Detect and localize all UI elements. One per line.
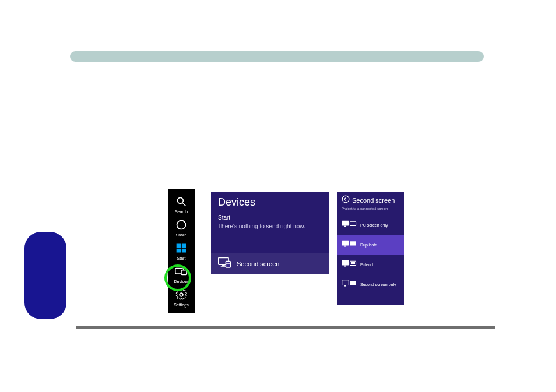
second-screen-flyout: Second screen Project to a connected scr… (337, 192, 404, 305)
option-label: Second screen only (360, 282, 396, 287)
charm-share[interactable]: Share (168, 218, 195, 237)
extend-icon (342, 259, 357, 270)
svg-rect-27 (344, 285, 346, 286)
charm-label: Start (177, 256, 186, 260)
svg-rect-20 (344, 245, 346, 246)
devices-flyout: Devices Start There's nothing to send ri… (211, 192, 329, 274)
devices-icon (173, 264, 189, 278)
charm-label: Share (176, 233, 187, 237)
svg-rect-26 (342, 280, 349, 285)
svg-rect-8 (181, 270, 186, 275)
charm-settings[interactable]: Settings (168, 288, 195, 307)
svg-rect-5 (177, 249, 181, 253)
horizontal-divider (76, 326, 495, 329)
svg-rect-11 (222, 265, 225, 266)
svg-rect-22 (342, 260, 349, 266)
option-label: PC screen only (360, 223, 388, 227)
svg-rect-25 (351, 262, 355, 264)
option-extend[interactable]: Extend (337, 255, 404, 274)
second-screen-header: Second screen (342, 195, 399, 206)
second-screen-button[interactable]: Second screen (211, 253, 329, 274)
svg-line-1 (183, 203, 186, 206)
decorative-side-tab (24, 232, 66, 319)
svg-rect-4 (182, 243, 186, 248)
option-label: Duplicate (360, 243, 377, 247)
charm-label: Settings (174, 303, 188, 307)
svg-rect-6 (182, 249, 186, 253)
back-icon[interactable] (342, 195, 350, 206)
svg-point-9 (180, 294, 183, 296)
svg-rect-16 (342, 221, 349, 226)
option-pc-screen-only[interactable]: PC screen only (337, 215, 404, 235)
decorative-top-bar (70, 51, 484, 62)
second-screen-label: Second screen (237, 260, 279, 267)
charm-search[interactable]: Search (168, 195, 195, 214)
search-icon (173, 195, 189, 209)
pc-screen-only-icon (342, 220, 357, 230)
devices-caption: There's nothing to send right now. (218, 223, 322, 229)
windows-logo-icon (173, 241, 189, 255)
svg-rect-13 (226, 262, 230, 267)
option-second-screen-only[interactable]: Second screen only (337, 274, 404, 294)
svg-point-0 (177, 197, 183, 203)
svg-rect-28 (350, 281, 356, 285)
svg-rect-18 (350, 221, 356, 225)
second-screen-icon (218, 257, 231, 271)
duplicate-icon (342, 239, 357, 250)
option-duplicate[interactable]: Duplicate (337, 235, 404, 255)
charm-label: Devices (174, 280, 189, 284)
charm-label: Search (175, 210, 188, 214)
svg-rect-3 (177, 243, 181, 248)
svg-rect-21 (350, 241, 356, 245)
svg-rect-23 (344, 265, 346, 266)
svg-rect-19 (342, 241, 349, 246)
devices-subtitle: Start (218, 214, 322, 221)
charm-start[interactable]: Start (168, 241, 195, 260)
second-screen-title: Second screen (352, 197, 395, 204)
charm-devices[interactable]: Devices (168, 264, 195, 284)
second-screen-caption: Project to a connected screen (342, 207, 399, 210)
gear-icon (173, 288, 189, 302)
svg-point-15 (342, 196, 349, 203)
devices-title: Devices (218, 196, 322, 209)
second-screen-only-icon (342, 279, 357, 289)
share-icon (173, 218, 189, 232)
svg-rect-17 (344, 225, 346, 227)
option-label: Extend (360, 263, 373, 267)
charms-bar: Search Share Start (168, 189, 195, 313)
